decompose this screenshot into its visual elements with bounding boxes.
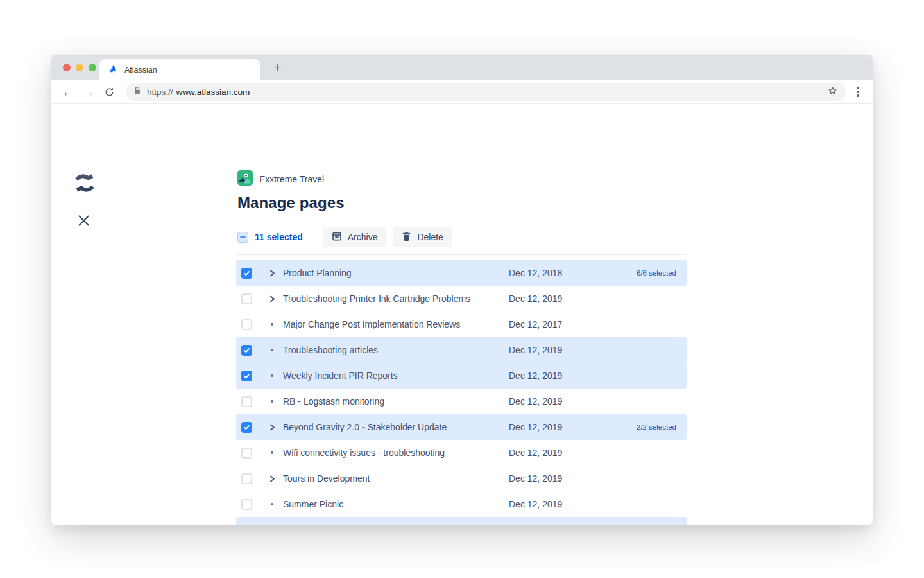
date-cell: Dec 12, 2019	[509, 448, 586, 458]
row-checkbox[interactable]	[241, 473, 252, 484]
table-row[interactable]: RB - Logstash monitoring Dec 12, 2019	[236, 389, 687, 414]
chevron-right-icon[interactable]	[268, 270, 276, 277]
space-header: Exxtreme Travel	[237, 171, 688, 187]
browser-window: Atlassian + ← → https://www.atlassian.co…	[51, 55, 873, 525]
chevron-right-icon[interactable]	[268, 475, 276, 482]
window-controls	[63, 64, 96, 71]
table-row[interactable]: Product Planning Dec 12, 2018 6/6 select…	[236, 260, 687, 286]
close-manage-pages-button[interactable]	[78, 215, 90, 229]
page-name-cell: Major Change Post Implementation Reviews	[283, 319, 509, 329]
selected-count-badge: 2/2 selected	[637, 423, 676, 431]
table-row[interactable]: Troubleshooting Printer Ink Cartridge Pr…	[236, 286, 687, 311]
page-title: Manage pages	[237, 194, 688, 212]
tab-title: Atlassian	[124, 66, 157, 74]
date-cell: Dec 12, 2018	[509, 268, 586, 278]
page-name-cell: Troubleshooting Printer Ink Cartridge Pr…	[283, 293, 509, 304]
date-cell: Dec 12, 2019	[509, 499, 586, 509]
date-cell: Dec 12, 2019	[509, 345, 586, 355]
table-row[interactable]: Summer Picnic Dec 12, 2019	[236, 491, 687, 517]
date-cell: Dec 12, 2019	[509, 525, 586, 525]
main-panel: Exxtreme Travel Manage pages 11 selected…	[237, 171, 688, 525]
new-tab-button[interactable]: +	[269, 58, 287, 76]
date-cell: Dec 12, 2017	[509, 319, 586, 329]
browser-toolbar: ← → https://www.atlassian.com	[51, 80, 873, 104]
table-row[interactable]: Tours in Development Dec 12, 2019	[236, 466, 687, 491]
select-all-checkbox[interactable]	[237, 232, 248, 243]
atlassian-favicon-icon	[108, 64, 119, 76]
delete-button-label: Delete	[417, 232, 443, 242]
bullet-icon	[268, 349, 276, 351]
page-name-cell: Meeting Notes 1/24/17	[283, 525, 509, 525]
page-name-cell: Troubleshooting articles	[283, 345, 509, 355]
lock-icon	[133, 86, 141, 98]
delete-button[interactable]: Delete	[393, 227, 452, 247]
date-cell: Dec 12, 2019	[509, 293, 586, 304]
pages-table: Product Planning Dec 12, 2018 6/6 select…	[236, 260, 687, 525]
minimize-window-button[interactable]	[76, 64, 83, 71]
row-checkbox[interactable]	[241, 293, 252, 304]
row-checkbox[interactable]	[241, 499, 252, 510]
table-divider	[236, 254, 687, 255]
bulk-actions-toolbar: 11 selected Archive	[237, 227, 688, 247]
table-row[interactable]: Major Change Post Implementation Reviews…	[236, 311, 687, 337]
page-name-cell: Beyond Gravity 2.0 - Stakeholder Update	[283, 422, 509, 432]
confluence-logo-icon	[75, 172, 94, 197]
url-scheme: https://	[147, 87, 173, 97]
page-name-cell: Product Planning	[283, 268, 509, 278]
bullet-icon	[268, 503, 276, 505]
chevron-right-icon[interactable]	[268, 295, 276, 302]
date-cell: Dec 12, 2019	[509, 473, 586, 484]
date-cell: Dec 12, 2019	[509, 396, 586, 407]
row-checkbox[interactable]	[241, 319, 252, 330]
archive-button-label: Archive	[348, 232, 378, 242]
selected-count-badge: 6/6 selected	[637, 269, 676, 277]
selected-count-label: 11 selected	[255, 232, 303, 242]
date-cell: Dec 12, 2019	[509, 422, 586, 432]
trash-icon	[402, 231, 411, 243]
url-bar[interactable]: https://www.atlassian.com	[126, 83, 846, 101]
url-text: https://www.atlassian.com	[147, 87, 250, 97]
row-checkbox[interactable]	[241, 422, 252, 433]
url-host: www.atlassian.com	[176, 87, 250, 97]
browser-tab-bar: Atlassian +	[51, 55, 873, 80]
table-row[interactable]: Meeting Notes 1/24/17 Dec 12, 2019	[236, 517, 687, 525]
date-cell: Dec 12, 2019	[509, 371, 586, 381]
bullet-icon	[268, 374, 276, 377]
row-checkbox[interactable]	[241, 268, 252, 279]
back-button[interactable]: ←	[58, 82, 78, 102]
bookmark-star-icon[interactable]	[827, 85, 838, 99]
table-row[interactable]: Beyond Gravity 2.0 - Stakeholder Update …	[236, 414, 687, 440]
space-avatar-icon	[237, 170, 253, 188]
table-row[interactable]: Troubleshooting articles Dec 12, 2019	[236, 337, 687, 363]
page-content: Exxtreme Travel Manage pages 11 selected…	[51, 104, 873, 525]
page-name-cell: RB - Logstash monitoring	[283, 396, 509, 407]
row-checkbox[interactable]	[241, 448, 252, 459]
zoom-window-button[interactable]	[89, 64, 96, 71]
page-name-cell: Wifi connectivity issues - troubleshooti…	[283, 448, 509, 458]
row-checkbox[interactable]	[241, 525, 252, 526]
bullet-icon	[268, 451, 276, 454]
row-checkbox[interactable]	[241, 396, 252, 407]
bullet-icon	[268, 400, 276, 403]
page-name-cell: Weekly Incident PIR Reports	[283, 371, 509, 381]
reload-button[interactable]	[99, 82, 119, 102]
bullet-icon	[268, 323, 276, 326]
page-name-cell: Tours in Development	[283, 473, 509, 484]
forward-button[interactable]: →	[78, 82, 99, 102]
browser-menu-button[interactable]	[850, 82, 866, 102]
chevron-right-icon[interactable]	[268, 424, 276, 431]
table-row[interactable]: Wifi connectivity issues - troubleshooti…	[236, 440, 687, 466]
table-row[interactable]: Weekly Incident PIR Reports Dec 12, 2019	[236, 363, 687, 389]
row-checkbox[interactable]	[241, 371, 252, 381]
archive-button[interactable]: Archive	[323, 227, 387, 247]
space-name: Exxtreme Travel	[259, 174, 324, 184]
close-window-button[interactable]	[63, 64, 71, 71]
page-name-cell: Summer Picnic	[283, 499, 509, 509]
archive-icon	[332, 231, 342, 243]
row-checkbox[interactable]	[241, 345, 252, 356]
browser-tab-atlassian[interactable]: Atlassian	[99, 59, 260, 80]
